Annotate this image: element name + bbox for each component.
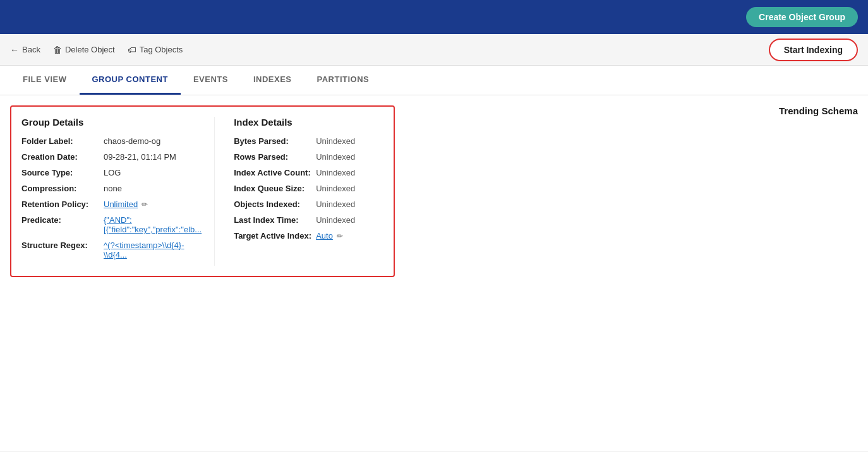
target-active-index-key: Target Active Index: xyxy=(234,231,316,241)
objects-indexed-row: Objects Indexed: Unindexed xyxy=(234,199,383,209)
target-active-index-row: Target Active Index: Auto ✏ xyxy=(234,231,383,241)
tab-events[interactable]: EVENTS xyxy=(181,66,241,95)
back-button[interactable]: ← Back xyxy=(10,45,40,55)
compression-value: none xyxy=(104,184,122,193)
rows-parsed-key: Rows Parsed: xyxy=(234,152,316,162)
tab-group-content[interactable]: GROUP CONTENT xyxy=(80,66,181,95)
start-indexing-button[interactable]: Start Indexing xyxy=(769,39,858,61)
delete-object-button[interactable]: 🗑 Delete Object xyxy=(53,45,115,55)
index-active-count-row: Index Active Count: Unindexed xyxy=(234,168,383,177)
index-details-title: Index Details xyxy=(234,117,383,128)
target-active-index-value[interactable]: Auto xyxy=(316,231,333,241)
group-details-section: Group Details Folder Label: chaos-demo-o… xyxy=(21,117,214,266)
tag-objects-label: Tag Objects xyxy=(140,45,183,54)
creation-date-row: Creation Date: 09-28-21, 01:14 PM xyxy=(21,152,202,162)
index-queue-size-value: Unindexed xyxy=(316,184,355,193)
objects-indexed-key: Objects Indexed: xyxy=(234,199,316,209)
predicate-value[interactable]: {"AND":[{"field":"key","prefix":"elb... xyxy=(104,215,202,234)
index-active-count-value: Unindexed xyxy=(316,168,355,177)
group-details-title: Group Details xyxy=(21,117,202,128)
compression-row: Compression: none xyxy=(21,184,202,193)
retention-policy-key: Retention Policy: xyxy=(21,199,104,209)
predicate-key: Predicate: xyxy=(21,215,104,225)
tab-indexes[interactable]: INDEXES xyxy=(241,66,304,95)
rows-parsed-row: Rows Parsed: Unindexed xyxy=(234,152,383,162)
last-index-time-value: Unindexed xyxy=(316,215,355,225)
retention-policy-row: Retention Policy: Unlimited ✏ xyxy=(21,199,202,209)
retention-policy-value[interactable]: Unlimited xyxy=(104,199,138,209)
trending-schema-title: Trending Schema xyxy=(779,105,858,116)
toolbar: ← Back 🗑 Delete Object 🏷 Tag Objects Sta… xyxy=(0,34,868,66)
retention-policy-edit-icon[interactable]: ✏ xyxy=(142,200,148,209)
creation-date-key: Creation Date: xyxy=(21,152,104,162)
bytes-parsed-value: Unindexed xyxy=(316,136,355,146)
structure-regex-value[interactable]: ^(?<timestamp>\\d{4}-\\d{4... xyxy=(104,241,202,259)
index-queue-size-row: Index Queue Size: Unindexed xyxy=(234,184,383,193)
compression-key: Compression: xyxy=(21,184,104,193)
top-bar: Create Object Group xyxy=(0,0,868,34)
index-details-section: Index Details Bytes Parsed: Unindexed Ro… xyxy=(214,117,383,266)
target-active-index-edit-icon[interactable]: ✏ xyxy=(337,232,343,241)
index-queue-size-key: Index Queue Size: xyxy=(234,184,316,193)
source-type-key: Source Type: xyxy=(21,168,104,177)
back-label: Back xyxy=(22,45,40,54)
delete-object-label: Delete Object xyxy=(65,45,115,54)
tag-objects-button[interactable]: 🏷 Tag Objects xyxy=(128,45,183,55)
back-icon: ← xyxy=(10,45,19,55)
details-panel: Group Details Folder Label: chaos-demo-o… xyxy=(10,105,395,277)
tab-partitions[interactable]: PARTITIONS xyxy=(304,66,382,95)
structure-regex-key: Structure Regex: xyxy=(21,241,104,250)
content-row: Group Details Folder Label: chaos-demo-o… xyxy=(10,105,858,277)
trash-icon: 🗑 xyxy=(53,45,62,55)
last-index-time-key: Last Index Time: xyxy=(234,215,316,225)
tab-file-view[interactable]: FILE VIEW xyxy=(10,66,80,95)
trending-schema-section: Trending Schema xyxy=(754,105,858,116)
bytes-parsed-row: Bytes Parsed: Unindexed xyxy=(234,136,383,146)
create-object-group-button[interactable]: Create Object Group xyxy=(746,7,858,27)
toolbar-left: ← Back 🗑 Delete Object 🏷 Tag Objects xyxy=(10,45,183,55)
objects-indexed-value: Unindexed xyxy=(316,199,355,209)
source-type-row: Source Type: LOG xyxy=(21,168,202,177)
rows-parsed-value: Unindexed xyxy=(316,152,355,162)
structure-regex-row: Structure Regex: ^(?<timestamp>\\d{4}-\\… xyxy=(21,241,202,259)
folder-label-value: chaos-demo-og xyxy=(104,136,160,146)
predicate-row: Predicate: {"AND":[{"field":"key","prefi… xyxy=(21,215,202,234)
creation-date-value: 09-28-21, 01:14 PM xyxy=(104,152,176,162)
last-index-time-row: Last Index Time: Unindexed xyxy=(234,215,383,225)
bytes-parsed-key: Bytes Parsed: xyxy=(234,136,316,146)
tabs-bar: FILE VIEW GROUP CONTENT EVENTS INDEXES P… xyxy=(0,66,868,95)
tag-icon: 🏷 xyxy=(128,45,136,55)
main-content: Group Details Folder Label: chaos-demo-o… xyxy=(0,95,868,451)
index-active-count-key: Index Active Count: xyxy=(234,168,316,177)
folder-label-key: Folder Label: xyxy=(21,136,104,146)
source-type-value: LOG xyxy=(104,168,121,177)
folder-label-row: Folder Label: chaos-demo-og xyxy=(21,136,202,146)
